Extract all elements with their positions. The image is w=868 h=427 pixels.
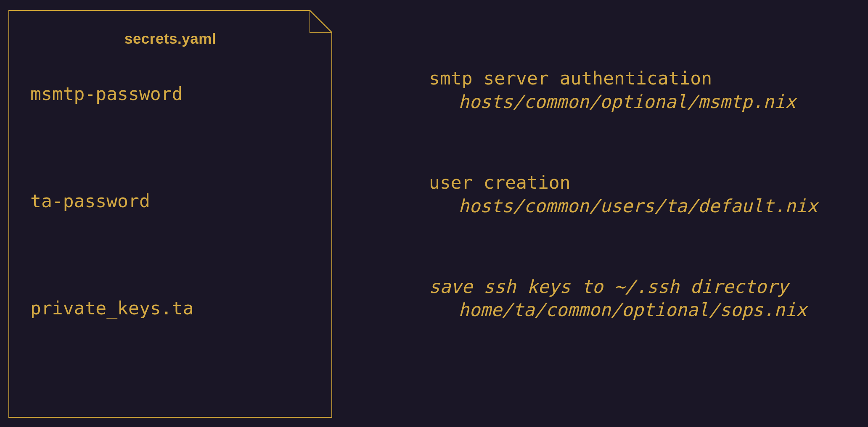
- description-path: hosts/common/optional/msmtp.nix: [429, 90, 818, 114]
- description-block: user creation hosts/common/users/ta/defa…: [429, 171, 818, 218]
- description-block: save ssh keys to ~/.ssh directory home/t…: [429, 275, 818, 322]
- diagram-container: secrets.yaml msmtp-password ta-password …: [0, 0, 868, 427]
- description-title: user creation: [429, 171, 818, 195]
- document-title: secrets.yaml: [30, 30, 310, 47]
- description-title: smtp server authentication: [429, 67, 818, 90]
- secret-entry: private_keys.ta: [30, 299, 310, 317]
- secret-entry: ta-password: [30, 192, 310, 210]
- secret-entry: msmtp-password: [30, 85, 310, 103]
- description-block: smtp server authentication hosts/common/…: [429, 67, 818, 114]
- dog-ear-icon: [310, 10, 332, 33]
- description-title: save ssh keys to ~/.ssh directory: [429, 275, 818, 299]
- description-path: home/ta/common/optional/sops.nix: [429, 298, 818, 322]
- secrets-file-document: secrets.yaml msmtp-password ta-password …: [8, 10, 332, 418]
- description-path: hosts/common/users/ta/default.nix: [429, 195, 818, 218]
- descriptions-column: smtp server authentication hosts/common/…: [332, 10, 818, 379]
